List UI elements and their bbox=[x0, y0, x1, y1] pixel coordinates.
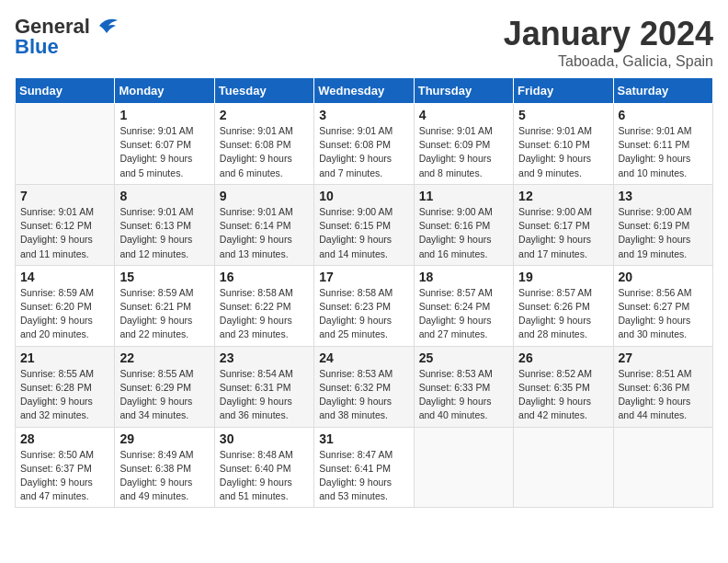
header-tuesday: Tuesday bbox=[214, 78, 313, 104]
calendar-cell: 4Sunrise: 9:01 AM Sunset: 6:09 PM Daylig… bbox=[414, 104, 513, 185]
day-number: 30 bbox=[220, 431, 309, 446]
day-number: 4 bbox=[419, 108, 508, 122]
page-header: General Blue January 2024 Taboada, Galic… bbox=[15, 15, 713, 70]
calendar-cell: 8Sunrise: 9:01 AM Sunset: 6:13 PM Daylig… bbox=[115, 184, 214, 265]
calendar-week-row: 1Sunrise: 9:01 AM Sunset: 6:07 PM Daylig… bbox=[16, 104, 713, 185]
day-number: 23 bbox=[220, 350, 309, 365]
calendar-cell: 14Sunrise: 8:59 AM Sunset: 6:20 PM Dayli… bbox=[16, 265, 115, 346]
day-info: Sunrise: 8:55 AM Sunset: 6:28 PM Dayligh… bbox=[20, 367, 109, 423]
day-number: 21 bbox=[20, 350, 109, 365]
calendar-cell: 19Sunrise: 8:57 AM Sunset: 6:26 PM Dayli… bbox=[514, 265, 613, 346]
calendar-cell: 17Sunrise: 8:58 AM Sunset: 6:23 PM Dayli… bbox=[314, 265, 414, 346]
day-info: Sunrise: 8:56 AM Sunset: 6:27 PM Dayligh… bbox=[619, 286, 708, 342]
day-info: Sunrise: 8:50 AM Sunset: 6:37 PM Dayligh… bbox=[20, 448, 109, 504]
day-info: Sunrise: 9:01 AM Sunset: 6:07 PM Dayligh… bbox=[119, 124, 209, 180]
calendar-cell bbox=[514, 427, 613, 508]
header-sunday: Sunday bbox=[16, 78, 115, 104]
day-number: 6 bbox=[619, 108, 708, 122]
title-block: January 2024 Taboada, Galicia, Spain bbox=[504, 15, 713, 70]
day-number: 5 bbox=[518, 108, 608, 122]
day-number: 18 bbox=[419, 270, 508, 284]
calendar-cell: 11Sunrise: 9:00 AM Sunset: 6:16 PM Dayli… bbox=[414, 184, 513, 265]
calendar-cell: 10Sunrise: 9:00 AM Sunset: 6:15 PM Dayli… bbox=[314, 184, 414, 265]
calendar-week-row: 7Sunrise: 9:01 AM Sunset: 6:12 PM Daylig… bbox=[16, 184, 713, 265]
day-number: 10 bbox=[319, 189, 408, 203]
day-number: 27 bbox=[619, 350, 708, 365]
calendar-week-row: 21Sunrise: 8:55 AM Sunset: 6:28 PM Dayli… bbox=[16, 346, 713, 427]
day-number: 3 bbox=[319, 108, 408, 122]
day-info: Sunrise: 8:48 AM Sunset: 6:40 PM Dayligh… bbox=[220, 448, 309, 504]
logo-blue: Blue bbox=[15, 35, 59, 59]
day-number: 13 bbox=[619, 189, 708, 203]
day-number: 20 bbox=[619, 270, 708, 284]
calendar-cell: 2Sunrise: 9:01 AM Sunset: 6:08 PM Daylig… bbox=[214, 104, 313, 185]
day-info: Sunrise: 8:53 AM Sunset: 6:32 PM Dayligh… bbox=[319, 367, 408, 423]
month-title: January 2024 bbox=[504, 15, 713, 53]
day-info: Sunrise: 9:00 AM Sunset: 6:16 PM Dayligh… bbox=[419, 205, 508, 261]
calendar-cell: 28Sunrise: 8:50 AM Sunset: 6:37 PM Dayli… bbox=[16, 427, 115, 508]
day-number: 22 bbox=[119, 350, 209, 365]
day-number: 24 bbox=[319, 350, 408, 365]
day-info: Sunrise: 8:59 AM Sunset: 6:21 PM Dayligh… bbox=[119, 286, 209, 342]
day-info: Sunrise: 8:52 AM Sunset: 6:35 PM Dayligh… bbox=[518, 367, 608, 423]
header-monday: Monday bbox=[115, 78, 214, 104]
day-info: Sunrise: 9:01 AM Sunset: 6:14 PM Dayligh… bbox=[220, 205, 309, 261]
location-title: Taboada, Galicia, Spain bbox=[504, 53, 713, 70]
day-info: Sunrise: 9:00 AM Sunset: 6:19 PM Dayligh… bbox=[619, 205, 708, 261]
calendar-cell bbox=[613, 427, 712, 508]
calendar-cell: 20Sunrise: 8:56 AM Sunset: 6:27 PM Dayli… bbox=[613, 265, 712, 346]
day-info: Sunrise: 8:47 AM Sunset: 6:41 PM Dayligh… bbox=[319, 448, 408, 504]
calendar-cell: 5Sunrise: 9:01 AM Sunset: 6:10 PM Daylig… bbox=[514, 104, 613, 185]
calendar-cell: 1Sunrise: 9:01 AM Sunset: 6:07 PM Daylig… bbox=[115, 104, 214, 185]
calendar-table: SundayMondayTuesdayWednesdayThursdayFrid… bbox=[15, 77, 713, 508]
day-number: 29 bbox=[119, 431, 209, 446]
header-wednesday: Wednesday bbox=[314, 78, 414, 104]
calendar-cell: 29Sunrise: 8:49 AM Sunset: 6:38 PM Dayli… bbox=[115, 427, 214, 508]
calendar-cell: 27Sunrise: 8:51 AM Sunset: 6:36 PM Dayli… bbox=[613, 346, 712, 427]
day-info: Sunrise: 9:01 AM Sunset: 6:10 PM Dayligh… bbox=[518, 124, 608, 180]
day-info: Sunrise: 8:58 AM Sunset: 6:22 PM Dayligh… bbox=[220, 286, 309, 342]
calendar-cell: 13Sunrise: 9:00 AM Sunset: 6:19 PM Dayli… bbox=[613, 184, 712, 265]
calendar-cell: 9Sunrise: 9:01 AM Sunset: 6:14 PM Daylig… bbox=[214, 184, 313, 265]
calendar-cell: 16Sunrise: 8:58 AM Sunset: 6:22 PM Dayli… bbox=[214, 265, 313, 346]
calendar-week-row: 28Sunrise: 8:50 AM Sunset: 6:37 PM Dayli… bbox=[16, 427, 713, 508]
calendar-cell bbox=[16, 104, 115, 185]
day-info: Sunrise: 9:01 AM Sunset: 6:13 PM Dayligh… bbox=[119, 205, 209, 261]
day-number: 16 bbox=[220, 270, 309, 284]
logo-bird-icon bbox=[94, 17, 119, 37]
day-info: Sunrise: 9:01 AM Sunset: 6:11 PM Dayligh… bbox=[619, 124, 708, 180]
calendar-cell: 31Sunrise: 8:47 AM Sunset: 6:41 PM Dayli… bbox=[314, 427, 414, 508]
header-saturday: Saturday bbox=[613, 78, 712, 104]
calendar-cell: 23Sunrise: 8:54 AM Sunset: 6:31 PM Dayli… bbox=[214, 346, 313, 427]
calendar-cell: 26Sunrise: 8:52 AM Sunset: 6:35 PM Dayli… bbox=[514, 346, 613, 427]
day-info: Sunrise: 9:00 AM Sunset: 6:17 PM Dayligh… bbox=[518, 205, 608, 261]
calendar-cell bbox=[414, 427, 513, 508]
day-number: 7 bbox=[20, 189, 109, 203]
day-number: 8 bbox=[119, 189, 209, 203]
day-number: 26 bbox=[518, 350, 608, 365]
day-info: Sunrise: 8:53 AM Sunset: 6:33 PM Dayligh… bbox=[419, 367, 508, 423]
calendar-header-row: SundayMondayTuesdayWednesdayThursdayFrid… bbox=[16, 78, 713, 104]
day-info: Sunrise: 9:01 AM Sunset: 6:08 PM Dayligh… bbox=[220, 124, 309, 180]
day-number: 14 bbox=[20, 270, 109, 284]
calendar-cell: 24Sunrise: 8:53 AM Sunset: 6:32 PM Dayli… bbox=[314, 346, 414, 427]
calendar-cell: 22Sunrise: 8:55 AM Sunset: 6:29 PM Dayli… bbox=[115, 346, 214, 427]
day-info: Sunrise: 8:57 AM Sunset: 6:24 PM Dayligh… bbox=[419, 286, 508, 342]
calendar-cell: 6Sunrise: 9:01 AM Sunset: 6:11 PM Daylig… bbox=[613, 104, 712, 185]
calendar-cell: 25Sunrise: 8:53 AM Sunset: 6:33 PM Dayli… bbox=[414, 346, 513, 427]
day-info: Sunrise: 8:54 AM Sunset: 6:31 PM Dayligh… bbox=[220, 367, 309, 423]
day-number: 17 bbox=[319, 270, 408, 284]
day-info: Sunrise: 8:58 AM Sunset: 6:23 PM Dayligh… bbox=[319, 286, 408, 342]
header-friday: Friday bbox=[514, 78, 613, 104]
day-info: Sunrise: 8:49 AM Sunset: 6:38 PM Dayligh… bbox=[119, 448, 209, 504]
day-number: 2 bbox=[220, 108, 309, 122]
day-info: Sunrise: 8:57 AM Sunset: 6:26 PM Dayligh… bbox=[518, 286, 608, 342]
day-info: Sunrise: 8:55 AM Sunset: 6:29 PM Dayligh… bbox=[119, 367, 209, 423]
day-number: 28 bbox=[20, 431, 109, 446]
calendar-week-row: 14Sunrise: 8:59 AM Sunset: 6:20 PM Dayli… bbox=[16, 265, 713, 346]
day-number: 25 bbox=[419, 350, 508, 365]
logo: General Blue bbox=[15, 15, 119, 59]
calendar-cell: 3Sunrise: 9:01 AM Sunset: 6:08 PM Daylig… bbox=[314, 104, 414, 185]
day-number: 9 bbox=[220, 189, 309, 203]
calendar-cell: 12Sunrise: 9:00 AM Sunset: 6:17 PM Dayli… bbox=[514, 184, 613, 265]
